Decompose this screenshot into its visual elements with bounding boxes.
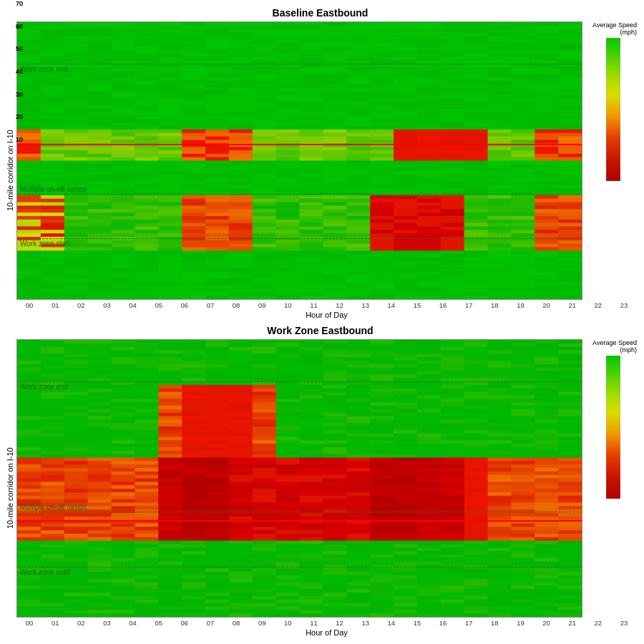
x-tick: 09 — [249, 301, 275, 309]
chart-area-workzone: 10-mile corridor on I-10 Work zone endMu… — [4, 339, 637, 637]
chart-title-baseline: Baseline Eastbound — [4, 7, 637, 19]
x-tick: 16 — [430, 301, 456, 309]
x-axis-label-workzone: Hour of Day — [16, 628, 637, 637]
x-tick: 15 — [404, 619, 430, 627]
x-tick: 17 — [456, 619, 482, 627]
x-tick: 11 — [301, 301, 326, 309]
legend-title-baseline: Average Speed (mph) — [590, 21, 637, 36]
x-tick: 00 — [16, 301, 42, 309]
x-tick: 02 — [68, 619, 94, 627]
y-axis-label-workzone: 10-mile corridor on I-10 — [4, 339, 16, 637]
chart-workzone: Work Zone Eastbound 10-mile corridor on … — [0, 325, 644, 637]
x-tick: 20 — [534, 301, 560, 309]
x-tick: 05 — [146, 619, 172, 627]
x-tick: 11 — [301, 619, 326, 627]
x-tick: 23 — [611, 301, 637, 309]
heatmap-with-legend-workzone: Work zone endMultiple on-off rampsWork z… — [16, 339, 637, 618]
legend-bar-area: 70605040302010 — [606, 38, 620, 181]
x-tick: 12 — [327, 619, 353, 627]
x-tick: 03 — [94, 301, 119, 309]
x-tick: 03 — [94, 619, 119, 627]
chart-title-workzone: Work Zone Eastbound — [4, 325, 637, 336]
legend-tick: 20 — [16, 113, 23, 120]
x-tick: 18 — [482, 619, 507, 627]
heatmap-canvas-workzone: Work zone endMultiple on-off rampsWork z… — [16, 339, 582, 618]
legend-canvas — [606, 38, 620, 181]
x-tick: 17 — [456, 301, 482, 309]
heatmap-canvas-baseline: Work zone endMultiple on-off rampsWork z… — [16, 21, 582, 300]
page: Baseline Eastbound 10-mile corridor on I… — [0, 0, 644, 644]
x-tick: 21 — [560, 619, 585, 627]
x-axis-label-baseline: Hour of Day — [16, 311, 637, 319]
x-tick: 21 — [560, 301, 585, 309]
legend-workzone: Average Speed (mph) 70605040302010 — [587, 339, 637, 618]
x-tick: 02 — [68, 301, 94, 309]
x-tick: 23 — [611, 619, 637, 627]
x-tick: 04 — [120, 619, 146, 627]
legend-tick: 60 — [16, 23, 23, 30]
x-tick: 07 — [197, 619, 223, 627]
legend-title-workzone: Average Speed (mph) — [590, 339, 637, 353]
x-tick: 06 — [172, 301, 197, 309]
legend-tick: 50 — [16, 45, 23, 52]
heatmap-wrapper-workzone: Work zone endMultiple on-off rampsWork z… — [16, 339, 582, 618]
chart-main-baseline: Work zone endMultiple on-off rampsWork z… — [16, 21, 637, 319]
y-axis-label-baseline: 10-mile corridor on I-10 — [4, 21, 16, 319]
legend-bar-area-2: 70605040302010 — [606, 356, 620, 499]
x-tick: 08 — [223, 301, 249, 309]
legend-canvas-2 — [606, 356, 620, 499]
x-tick: 08 — [223, 619, 249, 627]
x-tick: 14 — [379, 301, 404, 309]
x-tick: 12 — [327, 301, 353, 309]
divider — [0, 319, 644, 325]
x-tick: 14 — [379, 619, 404, 627]
x-axis-baseline: 0001020304050607080910111213141516171819… — [16, 301, 637, 309]
x-tick: 19 — [507, 619, 533, 627]
x-tick: 10 — [275, 301, 301, 309]
chart-baseline: Baseline Eastbound 10-mile corridor on I… — [0, 7, 644, 319]
x-tick: 01 — [42, 301, 68, 309]
x-tick: 16 — [430, 619, 456, 627]
heatmap-with-legend-baseline: Work zone endMultiple on-off rampsWork z… — [16, 21, 637, 300]
x-tick: 19 — [507, 301, 533, 309]
legend-tick: 70 — [16, 0, 23, 7]
legend-baseline: Average Speed (mph) 70605040302010 — [587, 21, 637, 300]
x-tick: 01 — [42, 619, 68, 627]
heatmap-workzone — [17, 340, 582, 617]
x-tick: 22 — [585, 619, 611, 627]
x-tick: 20 — [534, 619, 560, 627]
legend-tick: 10 — [16, 136, 23, 143]
heatmap-wrapper-baseline: Work zone endMultiple on-off rampsWork z… — [16, 21, 582, 300]
x-tick: 18 — [482, 301, 507, 309]
x-tick: 00 — [16, 619, 42, 627]
x-tick: 04 — [120, 301, 146, 309]
x-tick: 06 — [172, 619, 197, 627]
chart-main-workzone: Work zone endMultiple on-off rampsWork z… — [16, 339, 637, 637]
x-tick: 07 — [197, 301, 223, 309]
x-tick: 22 — [585, 301, 611, 309]
chart-area-baseline: 10-mile corridor on I-10 Work zone endMu… — [4, 21, 637, 319]
x-tick: 15 — [404, 301, 430, 309]
legend-tick: 30 — [16, 91, 23, 98]
x-axis-workzone: 0001020304050607080910111213141516171819… — [16, 619, 637, 627]
heatmap-baseline — [17, 22, 582, 299]
legend-tick: 40 — [16, 68, 23, 75]
x-tick: 13 — [353, 301, 379, 309]
x-tick: 10 — [275, 619, 301, 627]
x-tick: 09 — [249, 619, 275, 627]
legend-ticks-2: 70605040302010 — [16, 0, 23, 143]
x-tick: 13 — [353, 619, 379, 627]
x-tick: 05 — [146, 301, 172, 309]
